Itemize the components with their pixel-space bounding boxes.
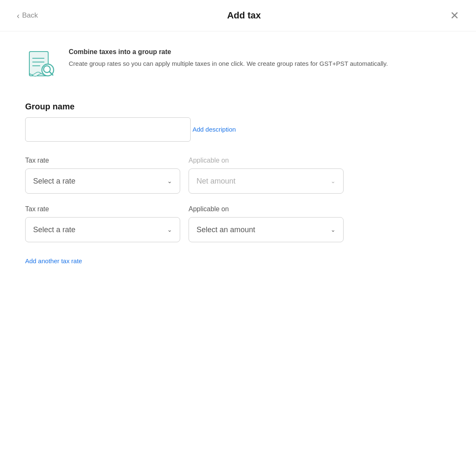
close-button[interactable]: ✕ bbox=[450, 10, 459, 21]
applicable-select-2-value: Select an amount bbox=[197, 225, 255, 234]
tax-row-1-inputs: Select a rate ⌄ Net amount ⌄ bbox=[25, 168, 451, 194]
page-title: Add tax bbox=[227, 10, 261, 21]
header: ‹ Back Add tax ✕ bbox=[0, 0, 476, 31]
back-button[interactable]: ‹ Back bbox=[17, 11, 38, 21]
form-section: Group name Add description bbox=[25, 102, 451, 142]
applicable-select-1[interactable]: Net amount ⌄ bbox=[189, 168, 344, 194]
applicable-label-2: Applicable on bbox=[189, 205, 344, 213]
tax-row-1: Tax rate Applicable on Select a rate ⌄ N… bbox=[25, 157, 451, 194]
applicable-label-1: Applicable on bbox=[189, 157, 344, 164]
info-heading: Combine taxes into a group rate bbox=[69, 48, 388, 56]
page-container: ‹ Back Add tax ✕ bbox=[0, 0, 476, 456]
group-name-label: Group name bbox=[25, 102, 451, 111]
document-icon bbox=[25, 48, 59, 82]
tax-row-1-labels: Tax rate Applicable on bbox=[25, 157, 451, 164]
chevron-down-icon-1: ⌄ bbox=[167, 178, 172, 184]
tax-rate-select-1-value: Select a rate bbox=[33, 177, 75, 186]
add-another-tax-rate-link[interactable]: Add another tax rate bbox=[25, 257, 82, 264]
chevron-down-icon-3: ⌄ bbox=[167, 226, 172, 233]
applicable-select-1-value: Net amount bbox=[197, 177, 235, 186]
applicable-select-2[interactable]: Select an amount ⌄ bbox=[189, 217, 344, 242]
tax-rate-label-2: Tax rate bbox=[25, 205, 180, 213]
info-description: Create group rates so you can apply mult… bbox=[69, 59, 388, 69]
tax-rate-select-1[interactable]: Select a rate ⌄ bbox=[25, 168, 180, 194]
back-label: Back bbox=[22, 11, 38, 20]
tax-rate-label-1: Tax rate bbox=[25, 157, 180, 164]
tax-row-2: Tax rate Applicable on Select a rate ⌄ S… bbox=[25, 205, 451, 242]
tax-row-2-labels: Tax rate Applicable on bbox=[25, 205, 451, 213]
info-text: Combine taxes into a group rate Create g… bbox=[69, 48, 388, 69]
chevron-down-icon-2: ⌄ bbox=[331, 178, 336, 184]
tax-rate-select-2-value: Select a rate bbox=[33, 225, 75, 234]
chevron-down-icon-4: ⌄ bbox=[331, 226, 336, 233]
add-description-link[interactable]: Add description bbox=[192, 126, 235, 133]
tax-rate-select-2[interactable]: Select a rate ⌄ bbox=[25, 217, 180, 242]
close-icon: ✕ bbox=[450, 9, 459, 22]
info-banner: Combine taxes into a group rate Create g… bbox=[25, 48, 451, 82]
tax-rate-section: Tax rate Applicable on Select a rate ⌄ N… bbox=[25, 157, 451, 265]
content: Combine taxes into a group rate Create g… bbox=[0, 31, 476, 282]
tax-row-2-inputs: Select a rate ⌄ Select an amount ⌄ bbox=[25, 217, 451, 242]
chevron-left-icon: ‹ bbox=[17, 11, 20, 21]
group-name-input[interactable] bbox=[25, 117, 191, 142]
